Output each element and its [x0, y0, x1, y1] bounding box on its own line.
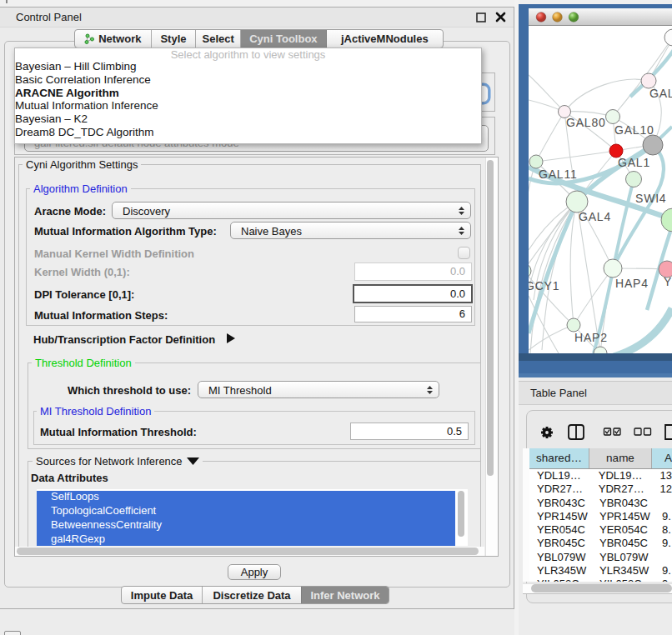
svg-text:GAL10: GAL10 [614, 123, 654, 137]
svg-text:GAL1: GAL1 [618, 156, 650, 169]
svg-text:GAL4: GAL4 [579, 210, 611, 223]
svg-text:GAL80: GAL80 [566, 116, 606, 129]
svg-text:GCY1: GCY1 [529, 279, 559, 292]
svg-text:Y: Y [664, 275, 672, 288]
svg-text:GAL2: GAL2 [649, 87, 672, 100]
svg-text:SWI4: SWI4 [635, 192, 666, 205]
svg-text:HAP4: HAP4 [615, 277, 649, 290]
svg-text:GAL11: GAL11 [539, 168, 578, 181]
svg-text:HAP2: HAP2 [574, 331, 608, 344]
